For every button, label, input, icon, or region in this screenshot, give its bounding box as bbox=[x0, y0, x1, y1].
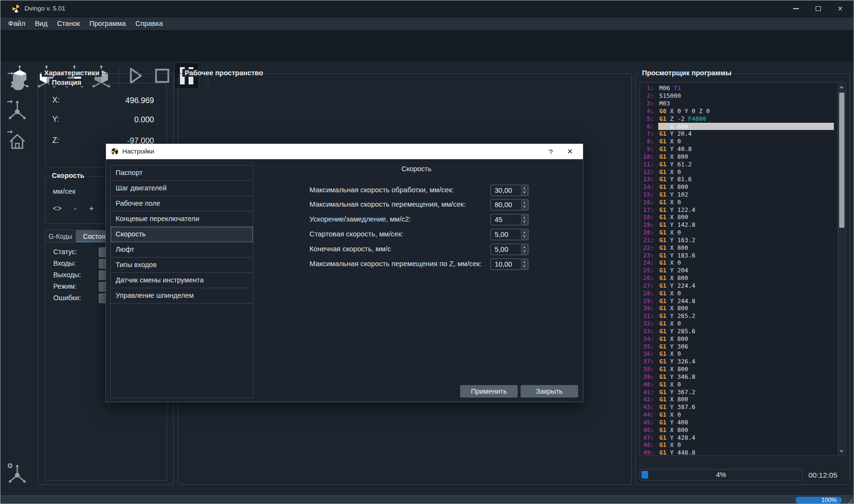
gcode-line: 41:G1 Y 367.2 bbox=[640, 388, 845, 396]
spin-up-icon[interactable] bbox=[521, 215, 528, 220]
close-button[interactable]: Закрыть bbox=[521, 385, 578, 398]
settings-section-item[interactable]: Паспорт bbox=[111, 165, 253, 181]
spinbox-input[interactable] bbox=[491, 214, 521, 225]
gcode-line: 25:G1 Y 204 bbox=[640, 267, 845, 274]
gcode-line: 34:G1 X 800 bbox=[640, 335, 845, 342]
settings-section-item[interactable]: Датчик смены инструмента bbox=[111, 273, 253, 288]
gcode-line: 8:G1 X 0 bbox=[640, 138, 845, 145]
form-row: Максимальная скорость перемещения, мм/се… bbox=[106, 199, 583, 211]
gcode-line: 19:G1 Y 142.8 bbox=[640, 221, 845, 229]
spinbox[interactable] bbox=[490, 229, 529, 240]
gcode-line: 27:G1 Y 224.4 bbox=[640, 282, 845, 290]
axis-origin-icon[interactable] bbox=[6, 99, 28, 121]
pos-x-value: 496.969 bbox=[125, 96, 154, 105]
resize-grip-icon[interactable] bbox=[846, 498, 853, 504]
spin-up-icon[interactable] bbox=[521, 259, 528, 264]
spin-down-icon[interactable] bbox=[521, 220, 528, 225]
scroll-up-icon[interactable] bbox=[838, 83, 845, 90]
inputs-label: Входы: bbox=[53, 259, 76, 267]
speed-title: Скорость bbox=[49, 172, 87, 179]
tab-gcodes[interactable]: G-Коды bbox=[45, 230, 76, 242]
progress-percent: 4% bbox=[640, 469, 802, 480]
elapsed-time: 00:12:05 bbox=[808, 471, 837, 480]
gcode-line: 49:G1 Y 448.8 bbox=[640, 449, 845, 456]
pos-z-label: Z: bbox=[52, 136, 59, 145]
mode-label: Режим: bbox=[53, 282, 77, 290]
gcode-line: 33:G1 Y 285.6 bbox=[640, 328, 845, 335]
pan-hand-icon[interactable] bbox=[6, 70, 28, 92]
scrollbar[interactable] bbox=[838, 83, 845, 455]
form-row: Максимальная скорость перемещения по Z, … bbox=[106, 258, 583, 270]
menu-help[interactable]: Справка bbox=[130, 17, 167, 30]
spinbox-input[interactable] bbox=[491, 259, 521, 270]
maximize-icon[interactable] bbox=[807, 0, 829, 17]
speed-range-button[interactable]: <> bbox=[53, 204, 62, 213]
spin-down-icon[interactable] bbox=[521, 191, 528, 196]
spinbox-input[interactable] bbox=[491, 199, 521, 210]
gcode-line: 29:G1 Y 244.8 bbox=[640, 297, 845, 305]
tab-gcodes-label: G-Коды bbox=[48, 233, 72, 240]
spinbox-input[interactable] bbox=[491, 185, 521, 196]
gcode-line: 21:G1 Y 163.2 bbox=[640, 236, 845, 244]
gcode-line: 14:G1 X 800 bbox=[640, 183, 845, 191]
dialog-help-button[interactable]: ? bbox=[544, 144, 558, 159]
spinbox[interactable] bbox=[490, 244, 529, 255]
spin-down-icon[interactable] bbox=[521, 250, 528, 255]
errors-label: Ошибки: bbox=[53, 294, 81, 302]
form-row: Стартовая скорость, мм/сек: bbox=[106, 229, 583, 240]
gcode-line: 45:G1 Y 408 bbox=[640, 418, 845, 426]
spin-up-icon[interactable] bbox=[521, 230, 528, 234]
form-label: Максимальная скорость перемещения, мм/се… bbox=[309, 200, 466, 208]
pos-y-label: Y: bbox=[52, 115, 59, 124]
gcode-line: 15:G1 Y 102 bbox=[640, 191, 845, 199]
menu-machine[interactable]: Станок bbox=[52, 17, 84, 30]
scroll-down-icon[interactable] bbox=[838, 448, 845, 455]
minimize-icon[interactable] bbox=[785, 0, 807, 17]
gcode-line: 4:G0 X 0 Y 0 Z 0 bbox=[640, 107, 845, 115]
form-label: Максимальная скорость перемещения по Z, … bbox=[309, 260, 482, 268]
spinbox-input[interactable] bbox=[491, 244, 521, 255]
form-row: Конечная скорость, мм/с bbox=[106, 244, 583, 255]
gcode-line: 3:M03 bbox=[640, 100, 845, 107]
apply-button[interactable]: Применить bbox=[460, 385, 518, 398]
gcode-line: 26:G1 X 800 bbox=[640, 274, 845, 282]
gcode-line: 43:G1 Y 387.6 bbox=[640, 403, 845, 411]
app-window: Dvingo v. 5.01 ✕ Файл Вид Станок Програм… bbox=[0, 0, 854, 504]
scrollbar-thumb[interactable] bbox=[839, 93, 844, 228]
spin-down-icon[interactable] bbox=[521, 205, 528, 210]
gcode-line: 37:G1 Y 326.4 bbox=[640, 358, 845, 365]
spin-up-icon[interactable] bbox=[521, 200, 528, 205]
gcode-line: 44:G1 X 0 bbox=[640, 411, 845, 419]
spin-up-icon[interactable] bbox=[521, 245, 528, 249]
spinbox[interactable] bbox=[490, 199, 529, 211]
spinbox-input[interactable] bbox=[491, 229, 521, 240]
gcode-line: 30:G1 X 800 bbox=[640, 305, 845, 312]
characteristics-title: Характеристики bbox=[42, 69, 102, 77]
spinbox[interactable] bbox=[490, 214, 529, 225]
gcode-line: 36:G1 X 0 bbox=[640, 350, 845, 358]
settings-section-item[interactable]: Управление шпинделем bbox=[111, 288, 253, 304]
spin-up-icon[interactable] bbox=[521, 186, 528, 190]
menu-file[interactable]: Файл bbox=[3, 17, 30, 30]
app-logo-icon bbox=[111, 148, 119, 155]
spinbox[interactable] bbox=[490, 258, 529, 270]
dialog-close-icon[interactable]: ✕ bbox=[563, 144, 577, 159]
axis-settings-gear-icon[interactable] bbox=[6, 462, 28, 484]
close-icon[interactable]: ✕ bbox=[830, 0, 851, 17]
gcode-line: 2:S15000 bbox=[640, 92, 845, 100]
speed-minus-button[interactable]: - bbox=[74, 204, 76, 213]
statusbar-separator bbox=[844, 497, 845, 504]
gcode-line: 24:G1 X 0 bbox=[640, 259, 845, 267]
home-icon[interactable] bbox=[6, 129, 28, 151]
form-row: Максимальная скорость обработки, мм/сек: bbox=[106, 185, 583, 196]
gcode-line: 40:G1 X 0 bbox=[640, 380, 845, 388]
speed-plus-button[interactable]: + bbox=[89, 204, 94, 213]
form-row: Ускорение/замедление, мм/с2: bbox=[106, 214, 583, 225]
spin-down-icon[interactable] bbox=[521, 235, 528, 240]
gcode-line: 38:G1 X 800 bbox=[640, 365, 845, 373]
gcode-line: 13:G1 Y 81.6 bbox=[640, 176, 845, 183]
spinbox[interactable] bbox=[490, 185, 529, 196]
menu-program[interactable]: Программа bbox=[84, 17, 130, 30]
menu-view[interactable]: Вид bbox=[30, 17, 52, 30]
spin-down-icon[interactable] bbox=[521, 265, 528, 270]
